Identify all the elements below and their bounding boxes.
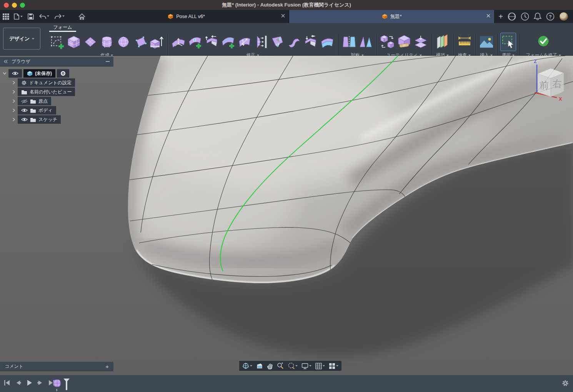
save-icon[interactable] <box>27 11 35 22</box>
go-to-start-icon[interactable] <box>3 379 11 387</box>
chevron-collapsed-icon[interactable] <box>12 99 16 103</box>
look-at-icon[interactable] <box>255 362 264 369</box>
select-marquee-icon[interactable] <box>500 33 516 51</box>
titlebar: 無題* (Interior) - Autodesk Fusion (教育機関ライ… <box>0 0 573 10</box>
file-menu-icon[interactable] <box>13 11 24 22</box>
extrude-tool-icon[interactable] <box>148 33 164 51</box>
browser-tree: (未保存) ドキュメントの設定 名前の付いたビュー 原点 <box>0 66 113 124</box>
interpolate-icon[interactable] <box>270 33 285 51</box>
grid-display-icon[interactable] <box>315 362 326 370</box>
active-document-badge[interactable] <box>57 69 69 78</box>
unweld-edges-icon[interactable] <box>286 33 302 51</box>
cylinder-primitive-icon[interactable] <box>99 33 115 51</box>
face-tool-icon[interactable] <box>132 33 148 51</box>
document-node[interactable]: (未保存) <box>23 69 55 78</box>
chevron-down-icon <box>323 365 325 367</box>
pan-icon[interactable] <box>266 362 274 370</box>
zoom-icon[interactable] <box>276 362 285 370</box>
eye-off-icon[interactable] <box>21 99 28 104</box>
convert-icon[interactable] <box>380 33 395 51</box>
subdivide-icon[interactable] <box>237 33 252 51</box>
tree-row-origin[interactable]: 原点 <box>12 96 113 106</box>
undo-icon[interactable] <box>37 11 50 22</box>
viewcube-front-label: 前 <box>540 80 549 90</box>
document-cube-icon <box>168 13 173 20</box>
data-panel-grid-icon[interactable] <box>2 11 10 22</box>
chevron-down-icon <box>309 365 311 367</box>
minimize-panel-icon[interactable] <box>106 61 110 62</box>
timeline-tick <box>56 389 57 391</box>
clock-icon[interactable] <box>521 12 529 21</box>
insert-edge-icon[interactable] <box>220 33 236 51</box>
sphere-primitive-icon[interactable] <box>115 33 131 51</box>
form-feature-icon[interactable] <box>53 379 62 388</box>
comments-bar[interactable]: コメント + <box>0 362 113 371</box>
tab-untitled[interactable]: 無題* <box>289 10 495 23</box>
timeline-bar <box>0 375 573 392</box>
tree-row-bodies[interactable]: ボディ <box>12 106 113 115</box>
close-tab-icon[interactable] <box>281 14 285 18</box>
document-label: (未保存) <box>35 70 52 77</box>
measure-icon[interactable] <box>456 33 472 51</box>
circular-internal-icon[interactable] <box>358 33 373 51</box>
bell-icon[interactable] <box>534 12 541 21</box>
user-avatar[interactable] <box>559 12 568 21</box>
group-create: 作成 <box>46 32 167 58</box>
context-tab-form[interactable]: フォーム <box>49 24 76 31</box>
chevron-collapsed-icon[interactable] <box>12 108 16 112</box>
step-forward-icon[interactable] <box>37 379 44 387</box>
box-primitive-icon[interactable] <box>66 33 82 51</box>
document-visibility-toggle[interactable] <box>8 69 22 78</box>
finish-form-icon[interactable] <box>522 33 565 51</box>
tree-item-label: スケッチ <box>38 116 57 123</box>
tree-row-named-views[interactable]: 名前の付いたビュー <box>12 87 113 96</box>
edit-form-icon[interactable] <box>170 33 186 51</box>
construct-plane-icon[interactable] <box>435 33 450 51</box>
plane-primitive-icon[interactable] <box>82 33 98 51</box>
step-back-icon[interactable] <box>14 379 22 387</box>
play-icon[interactable] <box>25 379 33 387</box>
viewports-icon[interactable] <box>328 362 339 370</box>
tree-row-document[interactable]: (未保存) <box>2 69 113 78</box>
repair-body-icon[interactable] <box>396 33 412 51</box>
group-inspect: 検査 <box>453 32 475 58</box>
new-tab-button[interactable]: + <box>498 13 503 20</box>
gear-icon <box>21 80 27 86</box>
collapse-panel-icon[interactable] <box>4 60 8 63</box>
uncrease-icon[interactable] <box>319 33 335 51</box>
timeline-settings-gear-icon[interactable] <box>561 379 569 387</box>
help-icon[interactable]: ? <box>546 12 555 21</box>
workspace-selector[interactable]: デザイン <box>3 28 40 50</box>
crease-icon[interactable] <box>303 33 318 51</box>
make-uniform-icon[interactable] <box>413 33 428 51</box>
tab-label: 無題* <box>390 13 402 20</box>
mirror-internal-icon[interactable] <box>341 33 357 51</box>
globe-icon[interactable] <box>508 12 516 21</box>
close-tab-icon[interactable] <box>486 14 490 18</box>
add-comment-button[interactable]: + <box>105 363 109 370</box>
eye-icon[interactable] <box>21 117 28 122</box>
insert-image-icon[interactable] <box>478 33 494 51</box>
chevron-collapsed-icon[interactable] <box>12 90 16 94</box>
chevron-collapsed-icon[interactable] <box>12 118 16 121</box>
tab-pose-all-v6[interactable]: Pose ALL v6* <box>84 10 289 23</box>
fit-icon[interactable] <box>287 362 298 370</box>
display-settings-icon[interactable] <box>301 362 312 370</box>
viewcube-right-label: 右 <box>553 78 562 89</box>
tree-row-document-settings[interactable]: ドキュメントの設定 <box>12 78 113 87</box>
group-utilities: ユーティリティ <box>376 32 431 58</box>
window-title: 無題* (Interior) - Autodesk Fusion (教育機関ライ… <box>0 2 573 8</box>
chevron-collapsed-icon[interactable] <box>12 81 16 85</box>
match-icon[interactable] <box>253 33 269 51</box>
tree-row-sketches[interactable]: スケッチ <box>12 115 113 124</box>
insert-point-icon[interactable] <box>187 33 203 51</box>
redo-icon[interactable] <box>53 11 66 22</box>
chevron-expanded-icon[interactable] <box>2 72 7 75</box>
eye-icon[interactable] <box>21 108 28 113</box>
merge-edge-icon[interactable] <box>203 33 219 51</box>
create-sketch-icon[interactable] <box>49 33 65 51</box>
timeline-playhead[interactable] <box>63 379 70 390</box>
tabbar-right-icons: + ? <box>495 12 573 21</box>
tree-item-label: ボディ <box>38 107 53 114</box>
orbit-icon[interactable] <box>242 362 253 370</box>
